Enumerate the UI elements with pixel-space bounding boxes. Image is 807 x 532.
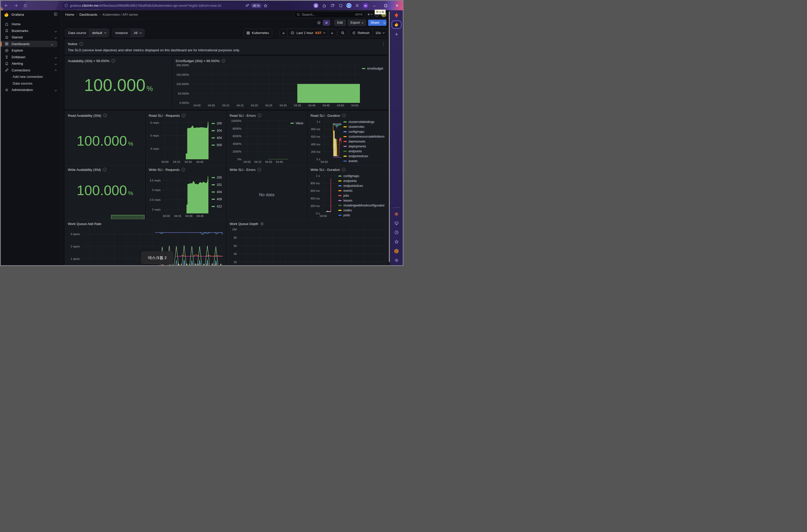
legend-item[interactable]: nodes	[338, 208, 385, 213]
extensions-puzzle-icon[interactable]	[322, 3, 327, 8]
share-dropdown-button[interactable]	[382, 20, 386, 26]
translate-icon[interactable]	[245, 4, 249, 8]
legend-item[interactable]: events	[338, 188, 385, 193]
info-icon[interactable]: i	[103, 168, 107, 171]
legend-item[interactable]: 500	[212, 141, 223, 149]
legend-item[interactable]: endpoints	[343, 149, 385, 154]
share-button[interactable]: Share	[368, 20, 382, 26]
favorite-star-icon[interactable]	[317, 21, 321, 25]
info-icon[interactable]: i	[222, 59, 225, 63]
sidebar-item-explore[interactable]: Explore	[1, 47, 61, 54]
panel-title[interactable]: Work Queue Depth	[230, 222, 258, 226]
legend-item[interactable]: endpointslices	[343, 154, 385, 158]
cookie-icon[interactable]	[394, 248, 399, 254]
legend-item[interactable]: clusterrolebindings	[343, 119, 385, 124]
legend-item[interactable]: configmaps	[343, 129, 385, 134]
read-sli-requests-chart[interactable]: 4 req/s5 req/s6 req/s04:0004:1504:3004:4…	[149, 119, 223, 164]
info-icon[interactable]: i	[257, 168, 261, 171]
chevron-down-icon[interactable]	[55, 62, 56, 65]
bookmark-star-icon[interactable]	[263, 4, 268, 8]
sidebar-collapse-icon[interactable]	[54, 12, 58, 17]
legend-item[interactable]: 422	[212, 203, 223, 210]
panel-menu-icon[interactable]: ⋮	[382, 42, 385, 46]
legend-item[interactable]: clusterroles	[343, 124, 385, 129]
write-sli-duration-chart[interactable]: 0 s200 ms400 ms600 ms800 ms1 s04:00confi…	[311, 173, 385, 217]
panel-title[interactable]: Read SLI - Duration	[311, 114, 340, 117]
chevron-down-icon[interactable]	[55, 55, 56, 59]
sidebar-item-connections[interactable]: Connections	[1, 67, 61, 74]
back-icon[interactable]	[4, 3, 8, 8]
info-icon[interactable]: i	[258, 114, 261, 117]
legend-item[interactable]: 409	[212, 196, 223, 203]
chevron-up-icon[interactable]	[55, 68, 56, 72]
info-icon[interactable]: i	[111, 59, 115, 63]
history-clock-icon[interactable]	[394, 230, 399, 235]
minimize-button[interactable]: –	[369, 1, 380, 10]
window-square-icon[interactable]	[338, 3, 343, 8]
menu-icon[interactable]	[355, 3, 360, 8]
scrollbar[interactable]	[388, 10, 390, 265]
starburst-icon[interactable]	[394, 211, 399, 217]
legend-item[interactable]: errorbudget	[362, 66, 385, 71]
reload-icon[interactable]	[23, 3, 27, 8]
time-range-picker[interactable]: Last 1 hour KST	[288, 28, 328, 37]
panel-title[interactable]: Notice	[68, 42, 77, 46]
settings-gear-icon[interactable]	[394, 258, 399, 263]
favorites-star-icon[interactable]	[394, 239, 399, 245]
panel-title[interactable]: Availability (30d) > 99.000%	[68, 59, 109, 63]
maximize-button[interactable]	[380, 1, 391, 10]
legend-item[interactable]: pods	[338, 213, 385, 217]
read-sli-duration-chart[interactable]: 0 s200 ms400 ms600 ms800 ms1 s04:00clust…	[311, 119, 385, 164]
instance-picker[interactable]: instance All	[112, 28, 145, 37]
zoom-level-badge[interactable]: 80 %	[251, 3, 262, 8]
work-queue-depth-chart[interactable]: 020406080100	[230, 227, 385, 265]
time-shift-back-button[interactable]: «	[279, 28, 288, 37]
panel-title[interactable]: Write Availability (30d)	[68, 168, 101, 172]
chevron-down-icon[interactable]	[51, 42, 53, 46]
legend-item[interactable]: daemonsets	[343, 139, 385, 144]
chevron-down-icon[interactable]	[55, 35, 56, 39]
search-input[interactable]: Search... ctrl+k	[294, 11, 365, 18]
info-icon[interactable]: i	[342, 168, 346, 171]
info-icon[interactable]: i	[182, 114, 185, 117]
legend-item[interactable]: customresourcedefinitions	[343, 134, 385, 139]
chevron-down-icon[interactable]	[55, 88, 56, 92]
kubernetes-links-button[interactable]: Kubernetes	[243, 28, 272, 37]
address-bar[interactable]: grafana.s3ich4n.me/d/09ec8aa1e996d6ffcd6…	[62, 2, 270, 9]
forward-icon[interactable]	[14, 3, 18, 8]
onepassword-icon[interactable]	[347, 3, 351, 8]
legend-item[interactable]: events	[343, 158, 385, 164]
breadcrumb-dashboards[interactable]: Dashboards	[79, 13, 97, 17]
legend-item[interactable]: 404	[212, 134, 223, 141]
panel-title[interactable]: ErrorBudget (30d) > 99.000%	[176, 59, 220, 63]
legend-item[interactable]: endpointslices	[338, 183, 385, 188]
new-tab-icon[interactable]	[394, 32, 399, 37]
sidebar-item-data-sources[interactable]: Data sources	[1, 80, 61, 87]
legend-item[interactable]: deployments	[343, 144, 385, 149]
refresh-button[interactable]: Refresh	[349, 28, 373, 37]
sidebar-item-dashboards[interactable]: Dashboards	[1, 41, 57, 48]
read-sli-errors-chart[interactable]: 0%2000%4000%6000%8000%10000%04:0004:1504…	[230, 119, 304, 164]
info-icon[interactable]: i	[79, 42, 83, 45]
scrollbar-thumb[interactable]	[389, 11, 390, 262]
info-icon[interactable]: i	[342, 114, 346, 117]
time-shift-forward-button[interactable]: »	[328, 28, 336, 37]
add-new-button[interactable]: +	[367, 12, 372, 17]
legend-item[interactable]: leases	[338, 198, 385, 203]
legend-item[interactable]: Value	[291, 120, 304, 126]
cycle-view-button[interactable]	[323, 20, 330, 25]
refresh-interval-picker[interactable]: 10s	[372, 28, 387, 37]
panel-title[interactable]: Read SLI - Requests	[149, 114, 180, 117]
extension-s-icon[interactable]: S	[313, 3, 318, 8]
edit-button[interactable]: Edit	[334, 20, 346, 26]
datasource-picker[interactable]: Data source default	[65, 28, 109, 37]
info-icon[interactable]: i	[182, 168, 185, 171]
write-sli-requests-chart[interactable]: 2 req/s2.5 req/s3 req/s3.5 req/s04:0004:…	[149, 173, 223, 217]
legend-item[interactable]: endpoints	[338, 178, 385, 183]
panel-title[interactable]: Read SLI - Errors	[230, 114, 256, 117]
panel-title[interactable]: Write SLI - Errors	[230, 168, 255, 172]
mask-extension-icon[interactable]: ∞	[363, 3, 368, 8]
sidebar-item-starred[interactable]: Starred	[1, 34, 61, 41]
breadcrumb-home[interactable]: Home	[65, 13, 74, 17]
prometheus-tab-icon[interactable]	[394, 12, 399, 18]
